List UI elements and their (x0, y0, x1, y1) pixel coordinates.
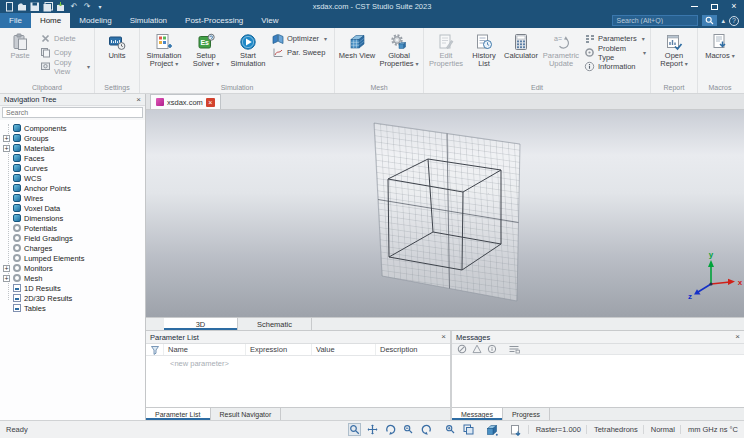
expand-icon[interactable] (3, 265, 10, 272)
tree-item-field-gradings[interactable]: Field Gradings (0, 233, 145, 243)
history-list-button[interactable]: History List (466, 29, 502, 84)
tree-item-dimensions[interactable]: Dimensions (0, 213, 145, 223)
fit-view-icon[interactable] (462, 423, 475, 436)
collapse-ribbon-icon[interactable]: ▴ (721, 17, 725, 24)
viewport-3d[interactable]: y x z (146, 110, 744, 317)
column-header[interactable]: Value (312, 344, 376, 355)
zoom-dynamic-icon[interactable] (402, 423, 415, 436)
tree-item-2d-3d-results[interactable]: 2D/3D Results (0, 293, 145, 303)
tree-item-anchor-points[interactable]: Anchor Points (0, 183, 145, 193)
tree-item-components[interactable]: Components (0, 123, 145, 133)
errors-filter-icon[interactable] (457, 344, 467, 354)
import-icon[interactable] (56, 2, 66, 12)
setup-solver-button[interactable]: Es Setup Solver (186, 29, 226, 84)
calculator-button[interactable]: Calculator (502, 29, 540, 84)
export-view-icon[interactable] (510, 423, 523, 436)
menu-tab-simulation[interactable]: Simulation (121, 13, 176, 28)
rotate-view-icon[interactable] (384, 423, 397, 436)
column-header[interactable]: Name (164, 344, 246, 355)
expand-icon[interactable] (3, 275, 10, 282)
problem-type-button[interactable]: Problem Type (582, 46, 648, 59)
pick-point-icon[interactable] (348, 423, 361, 436)
zoom-in-icon[interactable] (444, 423, 457, 436)
open-file-icon[interactable] (17, 2, 27, 12)
tree-item-potentials[interactable]: Potentials (0, 223, 145, 233)
menu-tab-modeling[interactable]: Modeling (70, 13, 120, 28)
help-icon[interactable]: ? (729, 16, 739, 26)
undo-icon[interactable]: ↶ (69, 2, 79, 12)
tree-item-tables[interactable]: Tables (0, 303, 145, 313)
menu-tab-view[interactable]: View (252, 13, 287, 28)
expand-icon[interactable] (3, 145, 10, 152)
tree-item-faces[interactable]: Faces (0, 153, 145, 163)
save-icon[interactable] (30, 2, 40, 12)
paste-button[interactable]: Paste (2, 29, 38, 84)
tree-search-input[interactable] (3, 109, 142, 116)
macros-button[interactable]: Macros (700, 29, 740, 84)
document-tab-close-icon[interactable]: × (206, 98, 215, 107)
status-units[interactable]: mm GHz ns °C (680, 425, 738, 434)
info-filter-icon[interactable] (487, 344, 497, 354)
global-properties-button[interactable]: Global Properties (377, 29, 421, 84)
menu-tab-post-processing[interactable]: Post-Processing (176, 13, 252, 28)
new-parameter-row[interactable]: <new parameter> (146, 356, 450, 407)
information-button[interactable]: Information (582, 60, 648, 73)
minimize-button[interactable] (684, 0, 704, 13)
status-accuracy[interactable]: Normal (643, 425, 675, 434)
tree-item-monitors[interactable]: Monitors (0, 263, 145, 273)
tree-item-lumped-elements[interactable]: Lumped Elements (0, 253, 145, 263)
column-header[interactable]: Description (376, 344, 450, 355)
save-all-icon[interactable] (43, 2, 53, 12)
par-sweep-button[interactable]: Par. Sweep (270, 46, 332, 59)
view-tab-schematic[interactable]: Schematic (238, 318, 312, 330)
panel-tab-result-navigator[interactable]: Result Navigator (211, 408, 282, 420)
panel-tab-parameter-list[interactable]: Parameter List (146, 408, 211, 420)
customize-toolbar-icon[interactable]: ▾ (95, 2, 105, 12)
search-box[interactable] (612, 15, 698, 26)
status-mesh-type[interactable]: Tetrahedrons (586, 425, 638, 434)
tree-item-voxel-data[interactable]: Voxel Data (0, 203, 145, 213)
panel-tab-progress[interactable]: Progress (503, 408, 550, 420)
bounding-box-icon[interactable] (486, 423, 499, 436)
parameter-list-close-icon[interactable]: × (441, 333, 446, 341)
open-report-button[interactable]: Open Report (653, 29, 695, 84)
search-input[interactable] (613, 17, 697, 24)
tree-search-box[interactable] (2, 107, 143, 118)
maximize-button[interactable] (704, 0, 724, 13)
column-header[interactable]: Expression (246, 344, 312, 355)
filter-icon[interactable] (146, 344, 164, 355)
start-simulation-button[interactable]: Start Simulation (226, 29, 270, 84)
menu-tab-home[interactable]: Home (31, 13, 70, 28)
tree-item-wcs[interactable]: WCS (0, 173, 145, 183)
tree-item-mesh[interactable]: Mesh (0, 273, 145, 283)
parametric-update-button[interactable]: a= Parametric Update (540, 29, 582, 84)
tree-item-charges[interactable]: Charges (0, 243, 145, 253)
new-file-icon[interactable] (4, 2, 14, 12)
mesh-view-button[interactable]: Mesh View (337, 29, 377, 84)
delete-button[interactable]: Delete (38, 32, 92, 45)
edit-properties-button[interactable]: Edit Properties (426, 29, 466, 84)
simulation-project-button[interactable]: Simulation Project (142, 29, 186, 84)
view-tab-3d[interactable]: 3D (164, 318, 238, 330)
spin-view-icon[interactable] (420, 423, 433, 436)
redo-icon[interactable]: ↷ (82, 2, 92, 12)
tree-item-1d-results[interactable]: 1D Results (0, 283, 145, 293)
optimizer-button[interactable]: Optimizer (270, 32, 332, 45)
expand-icon[interactable] (3, 135, 10, 142)
tree-item-materials[interactable]: Materials (0, 143, 145, 153)
units-button[interactable]: Units (97, 29, 137, 84)
close-button[interactable]: × (724, 0, 744, 13)
search-icon[interactable] (702, 15, 717, 26)
tree-item-wires[interactable]: Wires (0, 193, 145, 203)
copy-view-button[interactable]: Copy View (38, 60, 92, 73)
document-tab[interactable]: xsdax.com × (150, 94, 221, 109)
warnings-filter-icon[interactable] (472, 344, 482, 354)
message-options-icon[interactable] (508, 344, 520, 354)
tree-item-curves[interactable]: Curves (0, 163, 145, 173)
tree-item-groups[interactable]: Groups (0, 133, 145, 143)
messages-close-icon[interactable]: × (735, 333, 740, 341)
navigation-tree-close-icon[interactable]: × (136, 96, 141, 104)
menu-tab-file[interactable]: File (0, 13, 31, 28)
pan-icon[interactable] (366, 423, 379, 436)
panel-tab-messages[interactable]: Messages (452, 408, 503, 420)
